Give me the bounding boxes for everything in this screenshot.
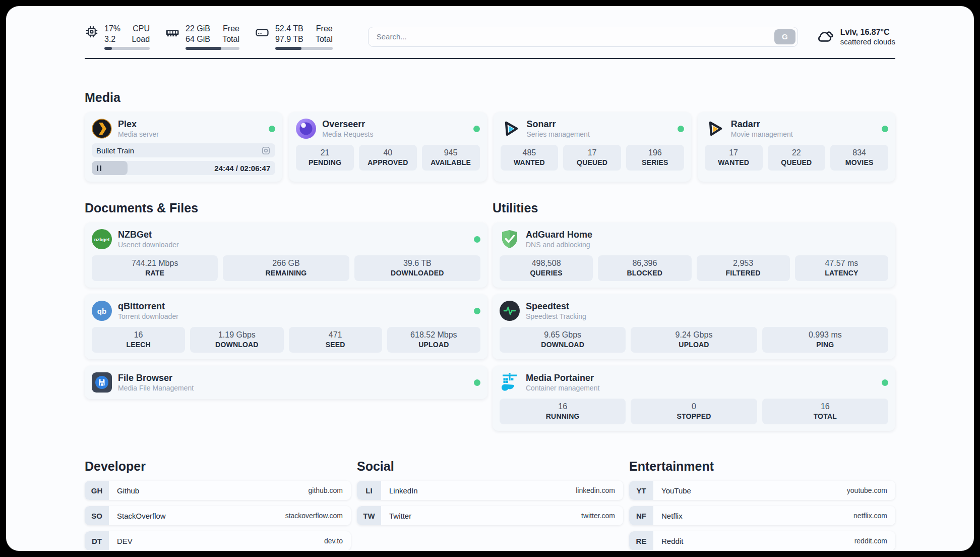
memory-free-value: 22 GiB bbox=[186, 23, 210, 34]
playback-progress-fill bbox=[92, 161, 128, 175]
memory-labels: Free Total bbox=[218, 23, 239, 44]
service-card-file-browser[interactable]: File BrowserMedia File Management bbox=[85, 366, 487, 399]
search-engine-button[interactable]: G bbox=[774, 29, 795, 44]
stat-label: SERIES bbox=[629, 158, 681, 166]
stat-value: 744.21 Mbps bbox=[95, 259, 215, 268]
section-title-social: Social bbox=[357, 459, 623, 474]
link-youtube[interactable]: YTYouTubeyoutube.com bbox=[629, 481, 895, 500]
online-status-dot bbox=[473, 126, 480, 132]
topbar-divider bbox=[85, 58, 895, 59]
section-title-documents: Documents & Files bbox=[85, 201, 487, 215]
stat-value: 0 bbox=[634, 402, 754, 411]
link-abbr-badge: NF bbox=[629, 506, 653, 525]
topbar: 17% 3.2 CPU Load bbox=[85, 6, 895, 50]
svg-text:nzbget: nzbget bbox=[94, 237, 110, 242]
link-abbr-badge: LI bbox=[357, 481, 381, 500]
service-card-radarr[interactable]: RadarrMovie management17WANTED22QUEUED83… bbox=[698, 112, 895, 182]
service-subtitle: Movie management bbox=[731, 130, 793, 138]
service-meta: SpeedtestSpeedtest Tracking bbox=[526, 301, 586, 320]
service-title: AdGuard Home bbox=[526, 230, 592, 240]
now-playing-row[interactable]: Bullet Train bbox=[92, 143, 275, 157]
search-input[interactable] bbox=[368, 27, 798, 47]
stat-box-upload: 618.52 MbpsUPLOAD bbox=[387, 327, 480, 353]
link-linkedin[interactable]: LILinkedInlinkedin.com bbox=[357, 481, 623, 500]
service-subtitle: Media Requests bbox=[322, 130, 373, 138]
link-name: Twitter bbox=[389, 512, 411, 520]
bookmark-group-social: SocialLILinkedInlinkedin.comTWTwittertwi… bbox=[357, 459, 623, 525]
stat-box-filtered: 2,953FILTERED bbox=[697, 255, 790, 281]
stat-box-leech: 16LEECH bbox=[92, 327, 185, 353]
service-subtitle: Media File Management bbox=[118, 384, 194, 392]
link-abbr-badge: YT bbox=[629, 481, 653, 500]
pause-icon[interactable] bbox=[97, 165, 101, 171]
cpu-values: 17% 3.2 bbox=[104, 23, 120, 44]
utilities-column: Utilities AdGuard HomeDNS and adblocking… bbox=[493, 201, 895, 431]
stat-value: 945 bbox=[425, 148, 477, 157]
weather-location: Lviv, 16.87°C bbox=[840, 28, 895, 37]
weather-condition: scattered clouds bbox=[840, 37, 895, 46]
playback-progress-bar[interactable]: 24:44 / 02:06:47 bbox=[92, 161, 275, 175]
stats-row: 21PENDING40APPROVED945AVAILABLE bbox=[296, 145, 479, 171]
scattered-clouds-icon bbox=[815, 26, 834, 47]
link-url: reddit.com bbox=[854, 537, 887, 545]
service-card-media-portainer[interactable]: Media PortainerContainer management16RUN… bbox=[493, 366, 895, 431]
link-dev[interactable]: DTDEVdev.to bbox=[85, 531, 351, 550]
bookmark-list-social: LILinkedInlinkedin.comTWTwittertwitter.c… bbox=[357, 481, 623, 525]
cpu-labels: CPU Load bbox=[129, 23, 150, 44]
bookmark-group-entertainment: EntertainmentYTYouTubeyoutube.comNFNetfl… bbox=[629, 459, 895, 550]
stat-box-approved: 40APPROVED bbox=[359, 145, 417, 171]
link-name: Github bbox=[117, 486, 139, 495]
service-card-speedtest[interactable]: SpeedtestSpeedtest Tracking9.65 GbpsDOWN… bbox=[493, 294, 895, 359]
service-card-overseerr[interactable]: OverseerrMedia Requests21PENDING40APPROV… bbox=[289, 112, 486, 182]
service-card-qbittorrent[interactable]: qbqBittorrentTorrent downloader16LEECH1.… bbox=[85, 294, 487, 359]
stat-box-running: 16RUNNING bbox=[500, 399, 626, 424]
stat-label: UPLOAD bbox=[634, 341, 754, 349]
stat-box-wanted: 485WANTED bbox=[501, 145, 559, 171]
stat-value: 196 bbox=[629, 148, 681, 157]
stat-label: LATENCY bbox=[798, 269, 885, 277]
qbittorrent-icon: qb bbox=[92, 301, 112, 321]
service-card-sonarr[interactable]: SonarrSeries management485WANTED17QUEUED… bbox=[494, 112, 691, 182]
stat-label: MOVIES bbox=[833, 158, 885, 166]
service-title: qBittorrent bbox=[118, 301, 178, 312]
stats-row: 16LEECH1.19 GbpsDOWNLOAD471SEED618.52 Mb… bbox=[92, 327, 480, 353]
stat-label: RUNNING bbox=[503, 412, 623, 420]
online-status-dot bbox=[882, 379, 888, 386]
stat-box-download: 1.19 GbpsDOWNLOAD bbox=[190, 327, 283, 353]
stat-box-series: 196SERIES bbox=[626, 145, 684, 171]
link-abbr-badge: SO bbox=[85, 506, 109, 525]
link-reddit[interactable]: RERedditreddit.com bbox=[629, 531, 895, 550]
link-name: Netflix bbox=[661, 512, 683, 520]
stat-box-upload: 9.24 GbpsUPLOAD bbox=[631, 327, 757, 353]
link-github[interactable]: GHGithubgithub.com bbox=[85, 481, 351, 500]
service-subtitle: Torrent downloader bbox=[118, 312, 178, 320]
link-url: dev.to bbox=[324, 537, 343, 545]
service-meta: Media PortainerContainer management bbox=[526, 373, 599, 392]
service-card-header: SpeedtestSpeedtest Tracking bbox=[500, 301, 888, 321]
online-status-dot bbox=[474, 236, 480, 243]
cpu-icon bbox=[85, 23, 99, 39]
link-abbr-badge: TW bbox=[357, 506, 381, 525]
camera-icon[interactable] bbox=[261, 146, 271, 155]
link-twitter[interactable]: TWTwittertwitter.com bbox=[357, 506, 623, 525]
service-card-adguard-home[interactable]: AdGuard HomeDNS and adblocking498,508QUE… bbox=[493, 222, 895, 288]
service-card-nzbget[interactable]: nzbgetNZBGetUsenet downloader744.21 Mbps… bbox=[85, 222, 487, 288]
link-name: DEV bbox=[117, 537, 133, 545]
stat-value: 16 bbox=[503, 402, 623, 411]
stat-label: STOPPED bbox=[634, 412, 754, 420]
disk-values: 52.4 TB 97.9 TB bbox=[275, 23, 303, 44]
stat-label: QUERIES bbox=[503, 269, 590, 277]
ram-icon bbox=[165, 23, 180, 40]
link-netflix[interactable]: NFNetflixnetflix.com bbox=[629, 506, 895, 525]
plex-icon bbox=[92, 119, 112, 139]
search-bar: G bbox=[368, 27, 798, 47]
cpu-percent: 17% bbox=[104, 23, 120, 34]
dashboard-page: 17% 3.2 CPU Load bbox=[6, 6, 974, 551]
service-card-plex[interactable]: PlexMedia serverBullet Train24:44 / 02:0… bbox=[85, 112, 282, 182]
sonarr-icon bbox=[501, 119, 521, 139]
stats-row: 16RUNNING0STOPPED16TOTAL bbox=[500, 399, 888, 424]
stat-value: 16 bbox=[765, 402, 885, 411]
link-stackoverflow[interactable]: SOStackOverflowstackoverflow.com bbox=[85, 506, 351, 525]
utilities-card-stack: AdGuard HomeDNS and adblocking498,508QUE… bbox=[493, 222, 895, 431]
service-subtitle: Series management bbox=[527, 130, 590, 138]
